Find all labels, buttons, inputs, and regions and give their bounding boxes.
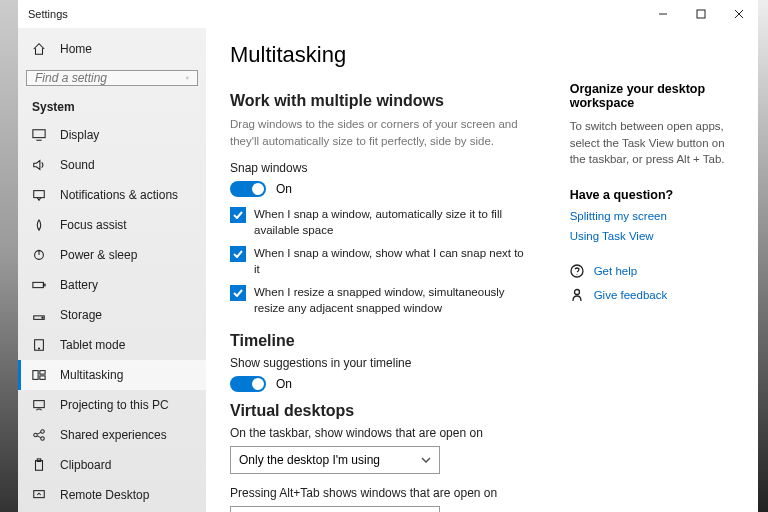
svg-line-24 [37,432,41,434]
link-splitting-screen[interactable]: Splitting my screen [570,210,734,222]
sidebar-item-remote-desktop[interactable]: Remote Desktop [18,480,206,510]
window-title: Settings [28,8,68,20]
sidebar-item-label: Power & sleep [60,248,137,262]
sidebar-item-label: Multitasking [60,368,123,382]
background-right [758,0,768,512]
sidebar-item-projecting[interactable]: Projecting to this PC [18,390,206,420]
svg-point-4 [186,77,188,79]
snap-check-2[interactable]: When I snap a window, show what I can sn… [230,246,530,277]
storage-icon [32,308,46,322]
snap-toggle[interactable]: On [230,181,530,197]
battery-icon [32,278,46,292]
snap-check-3[interactable]: When I resize a snapped window, simultan… [230,285,530,316]
sidebar-item-label: Tablet mode [60,338,125,352]
timeline-label: Show suggestions in your timeline [230,356,530,370]
toggle-switch-icon [230,181,266,197]
nav-list: Display Sound Notifications & actions Fo… [18,120,206,510]
svg-point-29 [571,265,583,277]
sidebar-item-multitasking[interactable]: Multitasking [18,360,206,390]
sidebar-item-focus-assist[interactable]: Focus assist [18,210,206,240]
help-icon [570,264,584,278]
display-icon [32,128,46,142]
check-label: When I snap a window, show what I can sn… [254,246,530,277]
organize-head: Organize your desktop workspace [570,82,734,110]
home-button[interactable]: Home [18,36,206,62]
main-content: Multitasking Work with multiple windows … [206,28,758,512]
sidebar-item-sound[interactable]: Sound [18,150,206,180]
remote-desktop-icon [32,488,46,502]
svg-point-23 [41,437,45,441]
link-task-view[interactable]: Using Task View [570,230,734,242]
snap-toggle-label: Snap windows [230,161,530,175]
svg-point-30 [574,290,579,295]
sidebar-item-label: Notifications & actions [60,188,178,202]
svg-rect-12 [43,284,45,286]
page-title: Multitasking [230,42,734,68]
svg-point-22 [41,430,45,434]
give-feedback-link[interactable]: Give feedback [570,288,734,302]
svg-rect-17 [33,371,38,380]
sidebar-item-label: Storage [60,308,102,322]
svg-rect-20 [34,401,45,408]
shared-icon [32,428,46,442]
checkbox-icon [230,207,246,223]
timeline-toggle-state: On [276,377,292,391]
svg-line-5 [188,79,189,80]
focus-assist-icon [32,218,46,232]
give-feedback-label: Give feedback [594,289,668,301]
svg-point-21 [34,433,38,437]
get-help-link[interactable]: Get help [570,264,734,278]
close-button[interactable] [720,0,758,28]
minimize-button[interactable] [644,0,682,28]
sidebar-item-battery[interactable]: Battery [18,270,206,300]
get-help-label: Get help [594,265,637,277]
vd-q1: On the taskbar, show windows that are op… [230,426,530,440]
search-input[interactable] [35,71,186,85]
chevron-down-icon [421,457,431,463]
vd-taskbar-select[interactable]: Only the desktop I'm using [230,446,440,474]
multitasking-icon [32,368,46,382]
feedback-icon [570,288,584,302]
maximize-button[interactable] [682,0,720,28]
clipboard-icon [32,458,46,472]
checkbox-icon [230,285,246,301]
tablet-icon [32,338,46,352]
question-head: Have a question? [570,188,734,202]
timeline-toggle[interactable]: On [230,376,530,392]
sidebar-item-storage[interactable]: Storage [18,300,206,330]
search-box[interactable] [26,70,198,86]
notifications-icon [32,188,46,202]
svg-point-14 [42,317,43,318]
sidebar-item-label: Shared experiences [60,428,167,442]
svg-rect-28 [34,491,45,498]
snap-check-1[interactable]: When I snap a window, automatically size… [230,207,530,238]
settings-window: Settings Home System Display Sound Notif… [18,0,758,512]
sidebar-item-display[interactable]: Display [18,120,206,150]
sidebar-item-power[interactable]: Power & sleep [18,240,206,270]
sidebar-item-clipboard[interactable]: Clipboard [18,450,206,480]
check-label: When I resize a snapped window, simultan… [254,285,530,316]
check-label: When I snap a window, automatically size… [254,207,530,238]
snap-description: Drag windows to the sides or corners of … [230,116,530,149]
sidebar-item-label: Sound [60,158,95,172]
svg-rect-11 [33,282,44,287]
svg-rect-6 [33,130,45,138]
svg-rect-26 [36,461,43,471]
sidebar-item-label: Projecting to this PC [60,398,169,412]
sidebar-item-label: Clipboard [60,458,111,472]
home-icon [32,42,46,56]
svg-rect-1 [697,10,705,18]
window-controls [644,0,758,28]
checkbox-icon [230,246,246,262]
sidebar-item-notifications[interactable]: Notifications & actions [18,180,206,210]
vd-q2: Pressing Alt+Tab shows windows that are … [230,486,530,500]
svg-rect-18 [40,371,45,375]
vd-alttab-select[interactable]: Only the desktop I'm using [230,506,440,512]
projecting-icon [32,398,46,412]
toggle-switch-icon [230,376,266,392]
sidebar-item-tablet-mode[interactable]: Tablet mode [18,330,206,360]
svg-rect-19 [40,376,45,380]
sidebar-item-label: Display [60,128,99,142]
group-header-system: System [18,90,206,120]
sidebar-item-shared[interactable]: Shared experiences [18,420,206,450]
